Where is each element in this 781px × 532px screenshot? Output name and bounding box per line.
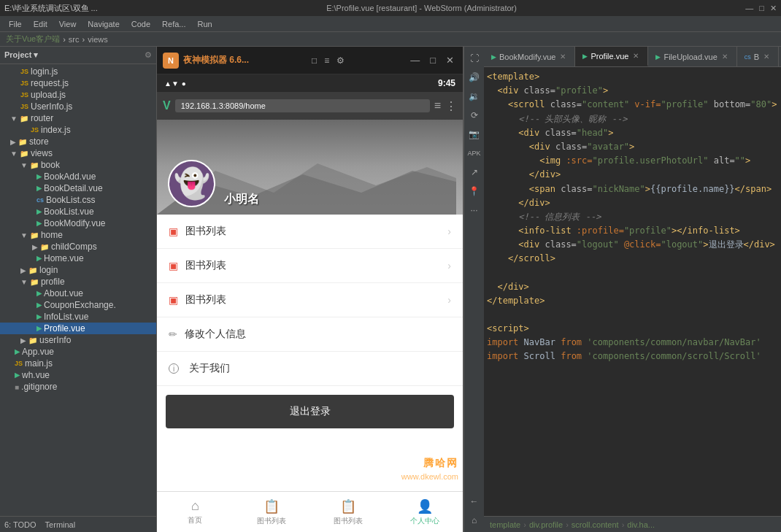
tab-close-fileupload[interactable]: ✕ — [720, 52, 729, 61]
menu-view[interactable]: View — [53, 20, 82, 28]
logout-button[interactable]: 退出登录 — [166, 395, 454, 428]
code-line: <!-- 信息列表 --> — [484, 210, 781, 224]
tree-item-bookdetailvue[interactable]: ▶ BookDetail.vue — [0, 182, 156, 194]
phone-status-bar: ▲▼ ● 9:45 — [157, 74, 463, 92]
nox-taskbar-icon1[interactable]: □ — [309, 54, 319, 67]
tree-folder-router[interactable]: ▼ 📁 router — [0, 112, 156, 124]
toolbar-fullscreen[interactable]: ⛶ — [466, 50, 483, 67]
breadcrumb-item-2[interactable]: src — [69, 35, 80, 44]
tree-item-indexjs[interactable]: JS index.js — [0, 124, 156, 136]
browser-more-icon[interactable]: ⋮ — [445, 99, 457, 113]
tree-folder-book[interactable]: ▼ 📁 book — [0, 159, 156, 171]
breadcrumb-item-1[interactable]: 关于Vue客户端 — [6, 34, 60, 45]
signal-icon: ● — [182, 80, 186, 88]
code-scroll[interactable]: <template> <div class="profile"> <scroll… — [484, 67, 781, 516]
menu-item-booklist-2[interactable]: ▣ 图书列表 › — [157, 249, 463, 283]
menu-code[interactable]: Code — [126, 20, 156, 28]
booklist-label-2: 图书列表 — [185, 259, 226, 272]
minimize-btn[interactable]: — — [745, 4, 753, 13]
nav-booklist-1[interactable]: 📋 图书列表 — [234, 494, 310, 531]
nox-maximize[interactable]: □ — [427, 53, 439, 67]
toolbar-screenshot[interactable]: 📷 — [466, 126, 483, 143]
tab-bookmodify[interactable]: ▶ BookModify.vue ✕ — [484, 47, 575, 66]
menu-run[interactable]: Run — [191, 20, 218, 28]
tree-folder-userinfo[interactable]: ▶ 📁 userInfo — [0, 334, 156, 346]
menu-item-booklist-3[interactable]: ▣ 图书列表 › — [157, 283, 463, 317]
tree-item-userInfojs[interactable]: JS UserInfo.js — [0, 101, 156, 112]
tree-item-infolistvue[interactable]: ▶ InfoList.vue — [0, 311, 156, 323]
tree-item-loginjs[interactable]: JS login.js — [0, 66, 156, 77]
menu-navigate[interactable]: Navigate — [82, 20, 125, 28]
menu-refactor[interactable]: Refa... — [156, 20, 191, 28]
nox-taskbar-icon3[interactable]: ⚙ — [334, 54, 347, 67]
breadcrumb-item-3[interactable]: views — [88, 35, 108, 44]
tree-item-gitignore[interactable]: ■ .gitignore — [0, 381, 156, 393]
menu-file[interactable]: File — [3, 20, 28, 28]
tree-item-couponexchange[interactable]: ▶ CouponExchange. — [0, 299, 156, 311]
maximize-btn[interactable]: □ — [759, 4, 764, 13]
tree-item-bookaddvue[interactable]: ▶ BookAdd.vue — [0, 171, 156, 182]
toolbar-home-hw[interactable]: ⌂ — [466, 512, 483, 529]
tree-item-mainjs[interactable]: JS main.js — [0, 358, 156, 369]
nav-profile[interactable]: 👤 个人中心 — [386, 494, 463, 531]
tree-folder-views[interactable]: ▼ 📁 views — [0, 147, 156, 159]
nox-taskbar-icon2[interactable]: ≡ — [322, 54, 331, 67]
menu-item-booklist-1[interactable]: ▣ 图书列表 › — [157, 215, 463, 249]
tree-item-requestjs[interactable]: JS request.js — [0, 77, 156, 89]
booklist-icon-2: ▣ — [169, 260, 178, 271]
tree-item-bookmodifyvue[interactable]: ▶ BookModify.vue — [0, 217, 156, 229]
tree-folder-profile[interactable]: ▼ 📁 profile — [0, 276, 156, 288]
chevron-icon-2: › — [447, 260, 451, 271]
code-line: <info-list :profile="profile"></info-lis… — [484, 224, 781, 238]
nox-minimize[interactable]: — — [407, 53, 423, 67]
tree-item-uploadjs[interactable]: JS upload.js — [0, 89, 156, 101]
tree-folder-login[interactable]: ▶ 📁 login — [0, 264, 156, 276]
close-btn[interactable]: ✕ — [770, 4, 777, 13]
toolbar-more[interactable]: ··· — [466, 201, 483, 219]
toolbar-volume-down[interactable]: 🔉 — [466, 88, 483, 105]
nav-booklist-2[interactable]: 📋 图书列表 — [310, 494, 387, 531]
tab-terminal[interactable]: Terminal — [45, 520, 76, 529]
browser-url[interactable]: 192.168.1.3:8089/home — [175, 99, 430, 112]
tree-item-homevue[interactable]: ▶ Home.vue — [0, 252, 156, 264]
tree-item-whvue[interactable]: ▶ wh.vue — [0, 369, 156, 381]
breadcrumb-scrollcontent[interactable]: scroll.content — [572, 520, 619, 529]
toolbar-back[interactable]: ← — [466, 493, 483, 510]
booklist-icon-1: ▣ — [169, 225, 178, 237]
breadcrumb-divha[interactable]: div.ha... — [627, 520, 655, 529]
nav-home[interactable]: ⌂ 首页 — [157, 494, 234, 530]
tree-item-appvue[interactable]: ▶ App.vue — [0, 346, 156, 358]
tab-fileupload[interactable]: ▶ FileUpload.vue ✕ — [648, 47, 736, 66]
tab-close-bookmodify[interactable]: ✕ — [558, 52, 567, 61]
tree-item-profilevue[interactable]: ▶ Profile.vue — [0, 323, 156, 334]
folder-icon: 📁 — [30, 161, 39, 169]
tree-item-booklistvue[interactable]: ▶ BookList.vue — [0, 206, 156, 217]
bottom-bar: 6: TODO Terminal — [0, 516, 156, 532]
tab-todo[interactable]: 6: TODO — [4, 520, 36, 529]
tab-close-profile[interactable]: ✕ — [631, 51, 640, 61]
tree-folder-home[interactable]: ▼ 📁 home — [0, 229, 156, 241]
toolbar-rotate[interactable]: ⟳ — [466, 107, 483, 124]
profile-header: 👻 小明名 — [157, 120, 463, 215]
toolbar-gps[interactable]: 📍 — [466, 182, 483, 200]
nav-breadcrumb: 关于Vue客户端 › src › views — [0, 32, 781, 47]
tree-folder-store[interactable]: ▶ 📁 store — [0, 136, 156, 147]
toolbar-share[interactable]: ↗ — [466, 163, 483, 181]
toolbar-apk[interactable]: APK — [466, 144, 483, 162]
browser-menu-icon[interactable]: ≡ — [434, 99, 441, 112]
menu-edit[interactable]: Edit — [28, 20, 53, 28]
tab-css[interactable]: cs B ✕ — [737, 47, 779, 66]
tab-close-css[interactable]: ✕ — [762, 52, 771, 61]
breadcrumb-template[interactable]: template — [490, 520, 520, 529]
code-line — [484, 308, 781, 322]
menu-item-about[interactable]: i 关于我们 — [157, 352, 463, 386]
window-controls[interactable]: — □ ✕ — [745, 4, 777, 13]
breadcrumb-divprofile[interactable]: div.profile — [529, 520, 563, 529]
tab-profile[interactable]: ▶ Profile.vue ✕ — [575, 47, 648, 66]
menu-item-editprofile[interactable]: ✏ 修改个人信息 — [157, 317, 463, 352]
toolbar-volume-up[interactable]: 🔊 — [466, 69, 483, 86]
tree-item-aboutvue[interactable]: ▶ About.vue — [0, 288, 156, 299]
tree-item-booklistcss[interactable]: cs BookList.css — [0, 194, 156, 206]
nox-close[interactable]: ✕ — [443, 53, 457, 67]
tree-folder-childcomps[interactable]: ▶ 📁 childComps — [0, 241, 156, 252]
